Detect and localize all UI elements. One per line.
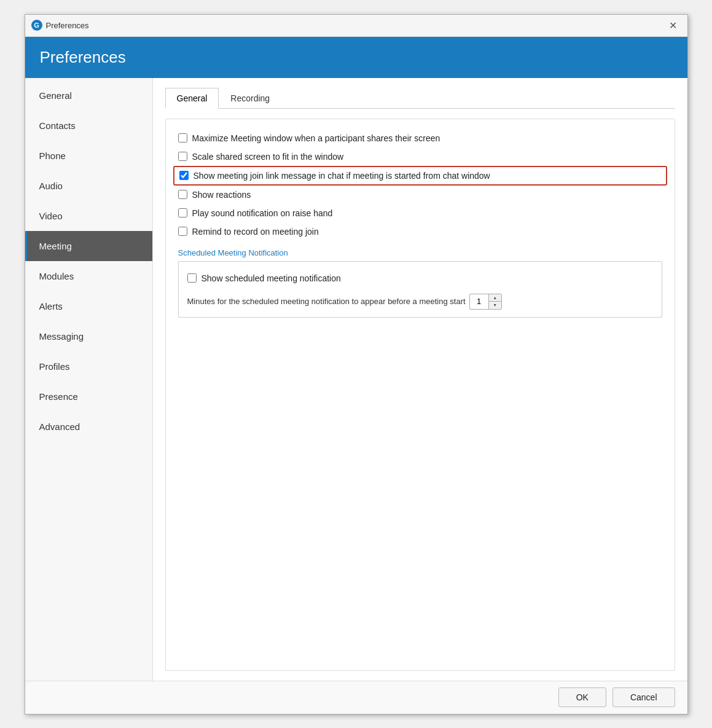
checkbox-join-link-label: Show meeting join link message in chat i… — [194, 171, 490, 181]
notification-box: Show scheduled meeting notification Minu… — [178, 261, 662, 318]
section-scheduled-label: Scheduled Meeting Notification — [178, 248, 662, 257]
checkbox-reactions-row: Show reactions — [178, 186, 662, 204]
footer: OK Cancel — [25, 681, 687, 714]
settings-area: Maximize Meeting window when a participa… — [165, 119, 675, 671]
checkbox-remind-record[interactable] — [178, 227, 187, 236]
tabs: General Recording — [165, 88, 675, 109]
sidebar-item-meeting[interactable]: Meeting — [25, 231, 152, 261]
checkbox-show-notification-row: Show scheduled meeting notification — [187, 269, 653, 288]
app-logo-icon: G — [31, 20, 42, 31]
ok-button[interactable]: OK — [558, 687, 606, 707]
minutes-spinner[interactable]: ▲ ▼ — [469, 294, 502, 310]
checkbox-maximize-row: Maximize Meeting window when a participa… — [178, 129, 662, 147]
main-content: General Recording Maximize Meeting windo… — [153, 78, 687, 681]
checkbox-maximize[interactable] — [178, 133, 187, 143]
checkbox-reactions-label: Show reactions — [192, 190, 251, 200]
sidebar-item-general[interactable]: General — [25, 80, 152, 111]
minutes-label: Minutes for the scheduled meeting notifi… — [187, 297, 466, 306]
titlebar: G Preferences ✕ — [25, 15, 687, 37]
checkbox-show-notification-label: Show scheduled meeting notification — [201, 273, 341, 283]
sidebar: General Contacts Phone Audio Video Meeti… — [25, 78, 153, 681]
checkbox-raise-hand-row: Play sound notification on raise hand — [178, 204, 662, 222]
checkbox-remind-record-label: Remind to record on meeting join — [192, 227, 319, 237]
checkbox-show-notification[interactable] — [187, 273, 197, 283]
sidebar-item-video[interactable]: Video — [25, 201, 152, 231]
checkbox-raise-hand-label: Play sound notification on raise hand — [192, 208, 333, 218]
spinner-down-button[interactable]: ▼ — [489, 302, 501, 309]
minutes-value-input[interactable] — [470, 296, 488, 307]
page-title: Preferences — [40, 48, 673, 67]
minutes-row: Minutes for the scheduled meeting notifi… — [187, 294, 653, 310]
preferences-window: G Preferences ✕ Preferences General Cont… — [25, 14, 688, 714]
sidebar-item-advanced[interactable]: Advanced — [25, 412, 152, 442]
sidebar-item-phone[interactable]: Phone — [25, 141, 152, 171]
checkbox-raise-hand[interactable] — [178, 208, 187, 217]
sidebar-item-modules[interactable]: Modules — [25, 261, 152, 291]
checkbox-maximize-label: Maximize Meeting window when a participa… — [192, 133, 440, 143]
checkbox-scale[interactable] — [178, 152, 187, 161]
spinner-up-button[interactable]: ▲ — [489, 294, 501, 302]
header: Preferences — [25, 37, 687, 78]
checkbox-reactions[interactable] — [178, 190, 187, 199]
sidebar-item-contacts[interactable]: Contacts — [25, 111, 152, 141]
spinner-buttons: ▲ ▼ — [488, 294, 501, 309]
sidebar-item-alerts[interactable]: Alerts — [25, 291, 152, 321]
sidebar-item-presence[interactable]: Presence — [25, 382, 152, 412]
tab-recording[interactable]: Recording — [219, 88, 281, 109]
checkbox-join-link-row: Show meeting join link message in chat i… — [173, 166, 667, 186]
titlebar-title: Preferences — [46, 21, 89, 30]
sidebar-item-profiles[interactable]: Profiles — [25, 351, 152, 382]
tab-general[interactable]: General — [165, 88, 219, 109]
checkbox-scale-row: Scale shared screen to fit in the window — [178, 147, 662, 166]
sidebar-item-audio[interactable]: Audio — [25, 171, 152, 201]
content-area: General Contacts Phone Audio Video Meeti… — [25, 78, 687, 681]
checkbox-scale-label: Scale shared screen to fit in the window — [192, 152, 344, 162]
close-button[interactable]: ✕ — [665, 17, 681, 33]
cancel-button[interactable]: Cancel — [612, 687, 675, 707]
checkbox-join-link[interactable] — [179, 171, 189, 180]
sidebar-item-messaging[interactable]: Messaging — [25, 321, 152, 351]
titlebar-left: G Preferences — [31, 20, 89, 31]
checkbox-remind-record-row: Remind to record on meeting join — [178, 222, 662, 241]
